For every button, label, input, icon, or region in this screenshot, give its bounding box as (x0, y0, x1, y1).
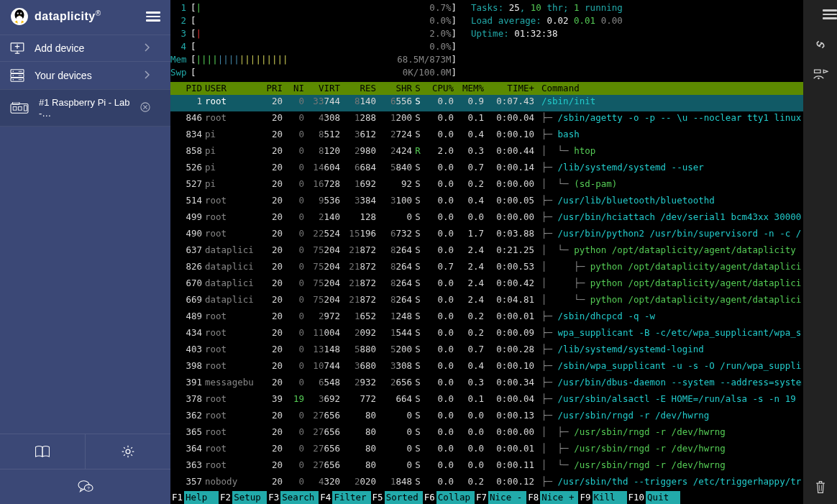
monitor-plus-icon (10, 42, 24, 54)
process-row[interactable]: 434 root 20 0 11004 2092 1544 S 0.0 0.2 … (170, 326, 803, 343)
sidebar: dataplicity® Add device (0, 0, 170, 504)
process-row[interactable]: 826 dataplici 20 0 75204 21872 8264 S 0.… (170, 260, 803, 277)
process-row[interactable]: 670 dataplici 20 0 75204 21872 8264 S 0.… (170, 277, 803, 293)
process-row[interactable]: 362 root 20 0 27656 80 0 S 0.0 0.0 0:00.… (170, 409, 803, 426)
process-row[interactable]: 403 root 20 0 13148 5880 5200 S 0.0 0.7 … (170, 343, 803, 359)
settings-button[interactable] (85, 434, 170, 469)
book-icon (35, 445, 50, 458)
hamburger-icon[interactable] (146, 9, 160, 24)
fkey-F2[interactable]: F2Setup (219, 491, 267, 504)
htop-header: 1[|0.7%]Tasks: 25, 10 thr; 1 running2[0.… (170, 0, 803, 82)
fkey-F1[interactable]: F1Help (170, 491, 219, 504)
svg-rect-23 (13, 106, 17, 110)
process-row[interactable]: 527 pi 20 0 16728 1692 92 S 0.0 0.2 0:00… (170, 178, 803, 194)
svg-point-6 (20, 13, 21, 14)
process-row[interactable]: 1 root 20 0 33744 8140 6556 S 0.0 0.9 0:… (170, 95, 803, 111)
chevron-right-icon (143, 42, 160, 54)
link-icon[interactable] (813, 37, 828, 52)
device-tab-label: #1 Raspberry Pi - Lab -… (39, 97, 140, 119)
process-row[interactable]: 357 nobody 20 0 4320 2020 1848 S 0.0 0.2… (170, 475, 803, 491)
fkey-F3[interactable]: F3Search (267, 491, 319, 504)
fkey-F4[interactable]: F4Filter (319, 491, 370, 504)
process-row[interactable]: 398 root 20 0 10744 3680 3308 S 0.0 0.4 … (170, 359, 803, 376)
process-row[interactable]: 490 root 20 0 22524 15196 6732 S 0.0 1.7… (170, 227, 803, 244)
fkey-F6[interactable]: F6Collap (423, 491, 475, 504)
process-row[interactable]: 514 root 20 0 9536 3384 3100 S 0.0 0.4 0… (170, 194, 803, 211)
chat-icon: ? (78, 480, 93, 494)
svg-point-17 (12, 79, 14, 81)
sidebar-header: dataplicity® (0, 0, 170, 35)
process-row[interactable]: 499 root 20 0 2140 128 0 S 0.0 0.0 0:00.… (170, 211, 803, 227)
fkey-F7[interactable]: F7Nice - (475, 491, 526, 504)
right-rail (803, 0, 837, 504)
sidebar-item-label: Your devices (35, 70, 92, 81)
sidebar-item-your-devices[interactable]: Your devices (0, 61, 170, 89)
sidebar-item-add-device[interactable]: Add device (0, 35, 170, 61)
sidebar-footer (0, 434, 170, 469)
chat-button[interactable]: ? (0, 469, 170, 504)
svg-point-27 (126, 449, 130, 454)
rail-hamburger-icon[interactable] (823, 7, 837, 22)
process-row[interactable]: 669 dataplici 20 0 75204 21872 8264 S 0.… (170, 293, 803, 310)
docs-button[interactable] (0, 434, 85, 469)
trash-icon[interactable] (814, 480, 827, 494)
svg-point-5 (18, 13, 19, 14)
gear-icon (121, 444, 135, 459)
process-row[interactable]: 364 root 20 0 27656 80 0 S 0.0 0.0 0:00.… (170, 442, 803, 459)
fkey-F5[interactable]: F5Sorted (371, 491, 423, 504)
diagnostics-icon[interactable] (813, 68, 828, 82)
close-icon[interactable] (140, 102, 160, 114)
process-table-body: 1 root 20 0 33744 8140 6556 S 0.0 0.9 0:… (170, 95, 803, 491)
tux-logo-icon (10, 7, 29, 26)
svg-line-31 (818, 42, 822, 46)
svg-point-16 (12, 75, 14, 76)
htop-fkeys: F1HelpF2SetupF3SearchF4FilterF5SortedF6C… (170, 491, 803, 504)
svg-rect-24 (18, 106, 22, 110)
process-table-header: PIDUSERPRINIVIRTRESSHRSCPU%MEM%TIME+Comm… (170, 82, 803, 95)
board-icon (10, 102, 29, 114)
process-row[interactable]: 858 pi 20 0 8120 2980 2424 R 2.0 0.3 0:0… (170, 145, 803, 161)
server-icon (10, 69, 24, 82)
process-row[interactable]: 391 messagebu 20 0 6548 2932 2656 S 0.0 … (170, 376, 803, 393)
sidebar-item-device-tab[interactable]: #1 Raspberry Pi - Lab -… (0, 89, 170, 127)
chevron-right-icon (143, 70, 160, 81)
sidebar-item-label: Add device (35, 42, 84, 54)
terminal[interactable]: 1[|0.7%]Tasks: 25, 10 thr; 1 running2[0.… (170, 0, 803, 504)
fkey-F10[interactable]: F10Quit (627, 491, 681, 504)
process-row[interactable]: 363 root 20 0 27656 80 0 S 0.0 0.0 0:00.… (170, 459, 803, 475)
svg-point-15 (12, 70, 14, 72)
fkey-F9[interactable]: F9Kill (578, 491, 626, 504)
process-row[interactable]: 489 root 20 0 2972 1652 1248 S 0.0 0.2 0… (170, 310, 803, 326)
process-row[interactable]: 834 pi 20 0 8512 3612 2724 S 0.0 0.4 0:0… (170, 128, 803, 145)
process-row[interactable]: 846 root 20 0 4308 1288 1200 S 0.0 0.1 0… (170, 111, 803, 128)
process-row[interactable]: 637 dataplici 20 0 75204 21872 8264 S 0.… (170, 244, 803, 260)
svg-point-32 (818, 77, 820, 79)
process-row[interactable]: 526 pi 20 0 14604 6684 5840 S 0.0 0.7 0:… (170, 161, 803, 178)
process-row[interactable]: 365 root 20 0 27656 80 0 S 0.0 0.0 0:00.… (170, 426, 803, 442)
fkey-F8[interactable]: F8Nice + (526, 491, 578, 504)
process-row[interactable]: 378 root 39 19 3692 772 664 S 0.0 0.1 0:… (170, 393, 803, 409)
svg-rect-25 (24, 106, 27, 111)
brand-name: dataplicity® (35, 9, 101, 23)
